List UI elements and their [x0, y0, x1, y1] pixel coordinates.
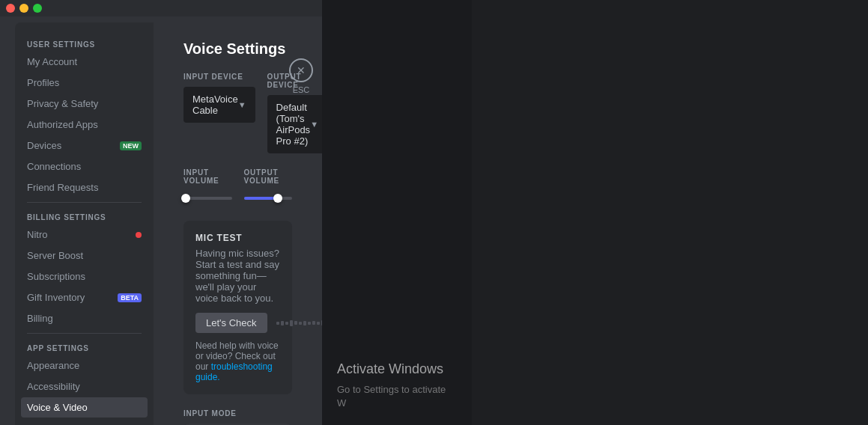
server-boost-label: Server Boost: [27, 250, 83, 261]
output-device-chevron-icon: ▼: [310, 120, 318, 129]
device-row: INPUT DEVICE MetaVoice Cable ▼ OUTPUT DE…: [183, 73, 292, 153]
esc-button[interactable]: ✕ ESC: [280, 52, 322, 100]
sidebar-item-privacy-safety[interactable]: Privacy & Safety: [21, 94, 148, 114]
audio-bars: [276, 317, 322, 329]
billing-settings-label: BILLING SETTINGS: [21, 207, 148, 224]
mic-test-help-text: Need help with voice or video? Check out…: [195, 340, 280, 382]
input-device-chevron-icon: ▼: [238, 100, 246, 109]
sidebar-item-subscriptions[interactable]: Subscriptions: [21, 266, 148, 287]
privacy-safety-label: Privacy & Safety: [27, 98, 98, 109]
sidebar-item-nitro[interactable]: Nitro: [21, 224, 148, 245]
volume-row: INPUT VOLUME OUTPUT VOLUME: [183, 168, 292, 206]
settings-overlay: USER SETTINGS My Account Profiles Privac…: [15, 22, 322, 425]
input-device-select[interactable]: MetaVoice Cable ▼: [183, 87, 255, 123]
input-mode-label: INPUT MODE: [183, 409, 292, 418]
nav-divider-2: [27, 333, 142, 334]
input-device-value: MetaVoice Cable: [192, 94, 238, 116]
settings-nav: USER SETTINGS My Account Profiles Privac…: [15, 22, 154, 425]
sidebar-item-appearance[interactable]: Appearance: [21, 355, 148, 376]
audio-bar: [290, 320, 293, 326]
mic-test-title: MIC TEST: [195, 233, 280, 243]
output-volume-label: OUTPUT VOLUME: [244, 168, 293, 185]
audio-bar: [312, 321, 315, 325]
profiles-label: Profiles: [27, 77, 59, 88]
input-device-label: INPUT DEVICE: [183, 73, 255, 81]
nitro-dot-badge: [136, 232, 142, 238]
output-device-select[interactable]: Default (Tom's AirPods Pro #2) ▼: [267, 95, 322, 153]
input-volume-slider[interactable]: [183, 191, 232, 206]
sidebar-item-voice-video[interactable]: Voice & Video: [21, 397, 148, 418]
mic-test-description: Having mic issues? Start a test and say …: [195, 248, 280, 304]
audio-bar: [299, 322, 302, 325]
sidebar-item-gift-inventory[interactable]: Gift Inventory BETA: [21, 287, 148, 308]
input-volume-group: INPUT VOLUME: [183, 168, 232, 206]
audio-bar: [281, 321, 284, 325]
minimize-button[interactable]: [19, 4, 28, 13]
audio-bar: [308, 322, 311, 325]
esc-label: ESC: [293, 85, 310, 94]
sidebar-item-authorized-apps[interactable]: Authorized Apps: [21, 114, 148, 135]
gift-inventory-label: Gift Inventory: [27, 292, 85, 303]
windows-activation-desc: Go to Settings to activate W: [337, 383, 457, 410]
appearance-label: Appearance: [27, 360, 79, 371]
sidebar-item-accessibility[interactable]: Accessibility: [21, 376, 148, 397]
nav-divider-1: [27, 202, 142, 203]
friend-requests-label: Friend Requests: [27, 182, 98, 193]
windows-activation-title: Activate Windows: [337, 361, 457, 377]
accessibility-label: Accessibility: [27, 381, 80, 392]
sidebar-item-server-boost[interactable]: Server Boost: [21, 245, 148, 266]
connections-label: Connections: [27, 161, 81, 172]
output-device-value: Default (Tom's AirPods Pro #2): [276, 102, 311, 147]
audio-bar: [321, 320, 322, 325]
input-volume-thumb[interactable]: [181, 194, 190, 203]
audio-bar: [303, 321, 306, 325]
output-volume-track: [244, 197, 293, 200]
close-button[interactable]: [6, 4, 15, 13]
maximize-button[interactable]: [33, 4, 42, 13]
user-settings-label: USER SETTINGS: [21, 34, 148, 52]
mic-test-row: Let's Check: [195, 313, 280, 333]
output-volume-thumb[interactable]: [273, 194, 282, 203]
devices-label: Devices: [27, 140, 61, 151]
app-settings-label: APP SETTINGS: [21, 338, 148, 355]
audio-bar: [285, 322, 288, 325]
output-volume-slider[interactable]: [244, 191, 293, 206]
gift-inventory-beta-badge: BETA: [118, 293, 142, 302]
subscriptions-label: Subscriptions: [27, 271, 85, 282]
mic-test-section: MIC TEST Having mic issues? Start a test…: [183, 221, 292, 394]
voice-video-label: Voice & Video: [27, 402, 88, 413]
audio-bar: [294, 321, 297, 325]
devices-new-badge: NEW: [120, 141, 142, 150]
input-volume-label: INPUT VOLUME: [183, 168, 232, 185]
sidebar-item-profiles[interactable]: Profiles: [21, 73, 148, 93]
audio-bar: [317, 322, 320, 325]
close-icon: ✕: [289, 58, 313, 82]
input-device-group: INPUT DEVICE MetaVoice Cable ▼: [183, 73, 255, 153]
nitro-label: Nitro: [27, 229, 47, 240]
app-titlebar: [0, 0, 322, 16]
lets-check-button[interactable]: Let's Check: [195, 313, 267, 333]
input-volume-track: [183, 197, 232, 200]
authorized-apps-label: Authorized Apps: [27, 119, 98, 130]
my-account-label: My Account: [27, 56, 77, 67]
audio-bar: [276, 322, 279, 325]
input-mode-section: INPUT MODE Voice Activity Push to Talk: [183, 409, 292, 425]
sidebar-item-friend-requests[interactable]: Friend Requests: [21, 177, 148, 198]
settings-page-title: Voice Settings: [183, 40, 292, 58]
app-sidebar: METAVOICE USER SETTINGS My Account Profi…: [0, 0, 322, 425]
sidebar-item-devices[interactable]: Devices NEW: [21, 135, 148, 156]
sidebar-item-my-account[interactable]: My Account: [21, 52, 148, 72]
sidebar-item-connections[interactable]: Connections: [21, 156, 148, 177]
output-volume-group: OUTPUT VOLUME: [244, 168, 293, 206]
billing-label: Billing: [27, 313, 53, 324]
windows-activation-panel: Activate Windows Go to Settings to activ…: [322, 0, 472, 425]
sidebar-item-text-images[interactable]: Text & Images: [21, 418, 148, 425]
sidebar-item-billing[interactable]: Billing: [21, 308, 148, 328]
